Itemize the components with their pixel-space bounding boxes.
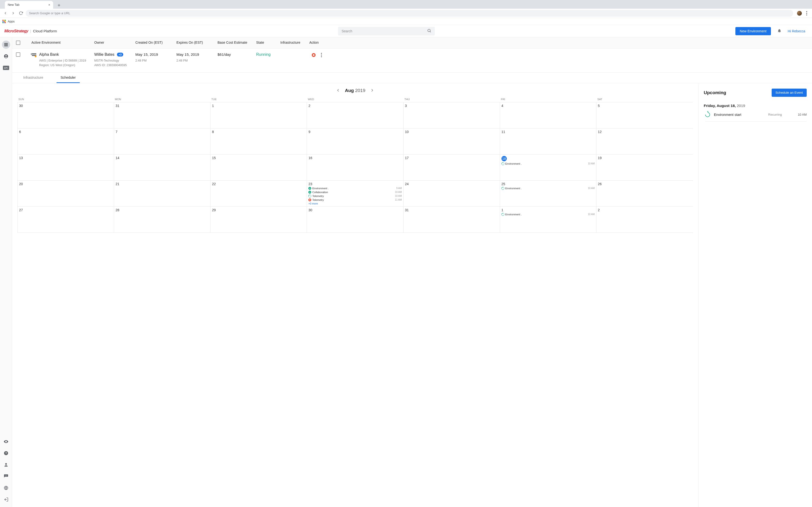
event-name: Environment .. bbox=[505, 162, 522, 165]
new-environment-button[interactable]: New Environment bbox=[735, 27, 771, 35]
calendar-event[interactable]: Telemetry11 AM bbox=[308, 199, 402, 201]
recur-icon bbox=[501, 187, 504, 190]
notifications-icon[interactable] bbox=[777, 29, 781, 34]
day-number: 12 bbox=[598, 130, 692, 134]
calendar-cell[interactable]: 31 bbox=[404, 207, 500, 233]
calendar-cell[interactable]: 28 bbox=[114, 207, 210, 233]
calendar-cell[interactable]: 29 bbox=[210, 207, 307, 233]
calendar-cell[interactable]: 24 bbox=[404, 181, 500, 207]
forward-icon[interactable] bbox=[10, 10, 16, 16]
sidebar-item-profile[interactable] bbox=[2, 461, 10, 469]
col-expires: Expires On (EST) bbox=[176, 41, 217, 44]
calendar-cell[interactable]: 10 bbox=[404, 128, 500, 155]
schedule-event-button[interactable]: Schedule an Event bbox=[772, 89, 807, 97]
sidebar-item-visibility[interactable] bbox=[2, 438, 10, 446]
calendar-cell[interactable]: 18Environment ..10 AM bbox=[500, 155, 597, 181]
calendar-event[interactable]: Environment ..10 AM bbox=[501, 162, 595, 165]
calendar-cell[interactable]: 12 bbox=[597, 128, 693, 155]
close-tab-icon[interactable]: × bbox=[48, 3, 50, 7]
calendar-cell[interactable]: 17 bbox=[404, 155, 500, 181]
calendar-cell[interactable]: 3 bbox=[404, 102, 500, 128]
day-number: 4 bbox=[501, 104, 595, 108]
calendar-cell[interactable]: 9 bbox=[307, 128, 403, 155]
calendar-cell[interactable]: 8 bbox=[210, 128, 307, 155]
calendar-event[interactable]: Environment ..10 AM bbox=[501, 213, 595, 216]
calendar-cell[interactable]: 16 bbox=[307, 155, 403, 181]
calendar-cell[interactable]: 11 bbox=[500, 128, 597, 155]
calendar-cell[interactable]: 31 bbox=[114, 102, 210, 128]
tab-infrastructure[interactable]: Infrastructure bbox=[19, 73, 47, 83]
day-number: 9 bbox=[308, 130, 402, 134]
svg-rect-1 bbox=[4, 43, 8, 44]
day-number: 26 bbox=[598, 182, 692, 186]
calendar-cell[interactable]: 15 bbox=[210, 155, 307, 181]
svg-rect-10 bbox=[6, 476, 6, 477]
calendar-event[interactable]: Environment ..10 AM bbox=[501, 187, 595, 190]
event-name: Environment .. bbox=[312, 187, 329, 190]
env-name[interactable]: Alpha Bank bbox=[39, 52, 86, 57]
sidebar-item-feedback[interactable] bbox=[2, 472, 10, 481]
calendar-cell[interactable]: 2 bbox=[597, 207, 693, 233]
calendar-cell[interactable]: 27 bbox=[18, 207, 114, 233]
stop-env-button[interactable] bbox=[312, 53, 316, 57]
more-events-link[interactable]: +3 more bbox=[308, 202, 402, 205]
tab-scheduler[interactable]: Scheduler bbox=[57, 73, 80, 83]
calendar-cell[interactable]: 19 bbox=[597, 155, 693, 181]
calendar-cell[interactable]: 7 bbox=[114, 128, 210, 155]
profile-avatar[interactable] bbox=[797, 11, 802, 16]
col-action: Action bbox=[309, 41, 812, 44]
calendar-event[interactable]: Collaboration .10 AM bbox=[308, 191, 402, 193]
omnibox[interactable]: Search Google or type a URL bbox=[26, 10, 793, 17]
select-all-checkbox[interactable] bbox=[16, 41, 20, 45]
sidebar-item-globe[interactable] bbox=[2, 484, 10, 492]
calendar-event[interactable]: Telemetry10 AM bbox=[308, 194, 402, 198]
browser-tab[interactable]: New Tab × bbox=[5, 1, 53, 9]
calendar-cell[interactable]: 2 bbox=[307, 102, 403, 128]
apps-icon[interactable] bbox=[2, 20, 6, 23]
row-checkbox[interactable] bbox=[16, 52, 20, 57]
global-search[interactable]: Search bbox=[338, 27, 435, 36]
event-name: Collaboration . bbox=[312, 191, 329, 193]
sidebar-item-user[interactable] bbox=[2, 52, 10, 60]
calendar-cell[interactable]: 5 bbox=[597, 102, 693, 128]
calendar-cell[interactable]: 6 bbox=[18, 128, 114, 155]
day-number: 20 bbox=[19, 182, 112, 186]
calendar-cell[interactable]: 30 bbox=[18, 102, 114, 128]
recur-icon bbox=[501, 162, 504, 165]
calendar-cell[interactable]: 1 bbox=[210, 102, 307, 128]
calendar-event[interactable]: Environment ..9 AM bbox=[308, 187, 402, 190]
new-tab-button[interactable]: + bbox=[56, 2, 62, 9]
sidebar-item-environments[interactable] bbox=[2, 41, 10, 49]
owner-name: Willie Bates bbox=[94, 52, 114, 57]
back-icon[interactable] bbox=[2, 10, 8, 16]
selected-date: Friday, August 18, 2019 bbox=[704, 104, 807, 108]
event-time: 11 AM bbox=[395, 199, 402, 201]
prev-month-icon[interactable] bbox=[336, 88, 341, 94]
calendar-cell[interactable]: 4 bbox=[500, 102, 597, 128]
browser-menu-icon[interactable] bbox=[804, 10, 810, 16]
calendar-cell[interactable]: 20 bbox=[18, 181, 114, 207]
calendar-cell[interactable]: 21 bbox=[114, 181, 210, 207]
calendar-cell[interactable]: 23Environment ..9 AMCollaboration .10 AM… bbox=[307, 181, 403, 207]
calendar-cell[interactable]: 1Environment ..10 AM bbox=[500, 207, 597, 233]
calendar-cell[interactable]: 30 bbox=[307, 207, 403, 233]
calendar-cell[interactable]: 22 bbox=[210, 181, 307, 207]
apps-label[interactable]: Apps bbox=[8, 20, 15, 23]
day-number: 14 bbox=[115, 156, 209, 160]
sidebar-item-api[interactable]: API bbox=[2, 64, 10, 72]
owner-count-badge[interactable]: +3 bbox=[117, 53, 123, 56]
row-menu-icon[interactable] bbox=[321, 53, 322, 57]
sidebar-item-logout[interactable] bbox=[2, 495, 10, 504]
calendar-cell[interactable]: 14 bbox=[114, 155, 210, 181]
calendar-cell[interactable]: 25Environment ..10 AM bbox=[500, 181, 597, 207]
day-number: 11 bbox=[501, 130, 595, 134]
user-greeting[interactable]: Hi Rebecca bbox=[788, 29, 805, 33]
calendar-cell[interactable]: 13 bbox=[18, 155, 114, 181]
next-month-icon[interactable] bbox=[370, 88, 374, 94]
sidebar-item-help[interactable]: ? bbox=[2, 449, 10, 457]
upcoming-event[interactable]: Environment start Recurring 10 AM bbox=[705, 108, 807, 122]
calendar-cell[interactable]: 26 bbox=[597, 181, 693, 207]
reload-icon[interactable] bbox=[18, 10, 24, 16]
play-icon bbox=[308, 191, 311, 193]
event-time: 10 AM bbox=[588, 162, 595, 165]
